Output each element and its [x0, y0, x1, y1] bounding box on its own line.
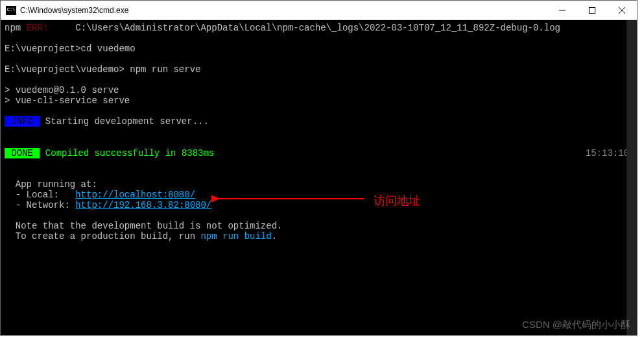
maximize-button[interactable] — [577, 1, 607, 19]
minimize-button[interactable] — [547, 1, 577, 19]
output-line: - Local: http://localhost:8080/ — [5, 190, 633, 200]
done-badge: DONE — [5, 148, 40, 158]
output-line: E:\vueproject>cd vuedemo — [5, 44, 633, 54]
cmd-icon — [6, 6, 16, 15]
window-controls — [547, 1, 637, 19]
local-url-link[interactable]: http://localhost:8080/ — [75, 190, 195, 200]
titlebar[interactable]: C:\Windows\system32\cmd.exe — [1, 1, 637, 20]
output-line: INFO Starting development server... — [5, 116, 633, 127]
terminal-output[interactable]: npm ERR! C:\Users\Administrator\AppData\… — [1, 20, 637, 335]
output-line — [5, 33, 633, 44]
output-line — [5, 169, 633, 179]
watermark: CSDN @敲代码的小小酥 — [522, 319, 630, 331]
output-line — [5, 127, 633, 138]
annotation-label: 访问地址 — [374, 193, 420, 208]
network-url-link[interactable]: http://192.168.3.82:8080/ — [75, 200, 211, 210]
output-line — [5, 138, 633, 148]
timestamp: 15:13:10 — [586, 148, 629, 158]
output-line: > vuedemo@0.1.0 serve — [5, 85, 633, 95]
scrollbar[interactable] — [626, 20, 637, 335]
output-line: Note that the development build is not o… — [5, 221, 633, 231]
info-badge: INFO — [5, 116, 40, 127]
output-line: E:\vueproject\vuedemo> npm run serve — [5, 64, 633, 75]
window-title: C:\Windows\system32\cmd.exe — [20, 6, 547, 15]
output-line — [5, 54, 633, 64]
output-line: - Network: http://192.168.3.82:8080/ — [5, 200, 633, 210]
output-line: npm ERR! C:\Users\Administrator\AppData\… — [5, 23, 633, 33]
close-button[interactable] — [607, 1, 637, 19]
svg-rect-1 — [590, 7, 595, 13]
cmd-window: C:\Windows\system32\cmd.exe npm ERR! C:\… — [0, 0, 638, 336]
output-line — [5, 106, 633, 116]
output-line: To create a production build, run npm ru… — [5, 231, 633, 242]
output-line: App running at: — [5, 179, 633, 190]
output-line — [5, 158, 633, 169]
output-line: DONE Compiled successfully in 8383ms15:1… — [5, 148, 633, 158]
output-line — [5, 210, 633, 221]
output-line: > vue-cli-service serve — [5, 95, 633, 106]
output-line — [5, 75, 633, 85]
